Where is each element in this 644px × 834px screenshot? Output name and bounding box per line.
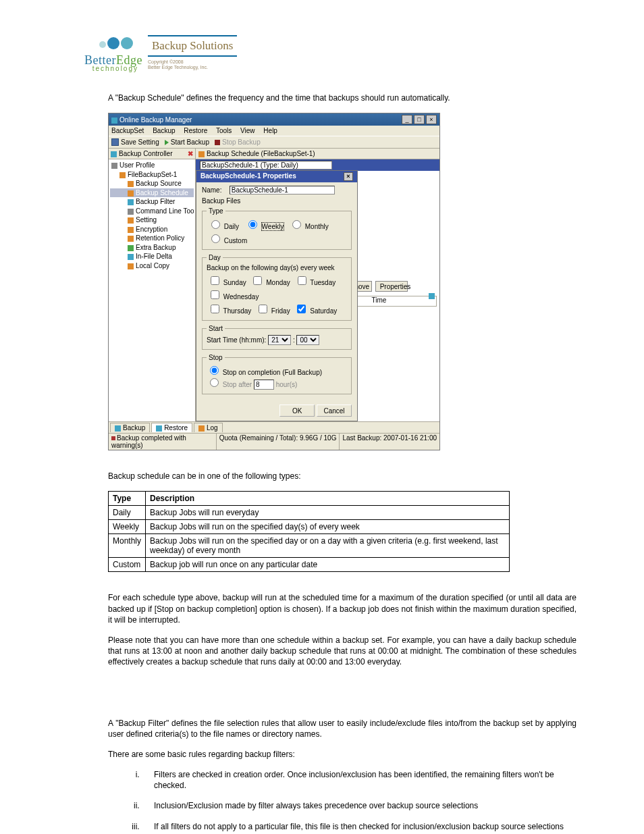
app-title: Online Backup Manager bbox=[119, 116, 192, 124]
list-item: If all filters do not apply to a particu… bbox=[142, 821, 576, 832]
bottom-tabs: Backup Restore Log bbox=[109, 421, 439, 433]
start-min-select[interactable]: 00 bbox=[296, 335, 319, 345]
stop-legend: Stop bbox=[207, 354, 225, 361]
copyright-line1: Copyright ©2008 bbox=[148, 59, 237, 65]
menubar: BackupSet Backup Restore Tools View Help bbox=[109, 126, 439, 136]
stop-complete-radio[interactable]: Stop on completion (Full Backup) bbox=[207, 369, 322, 376]
stop-after-radio[interactable]: Stop after hour(s) bbox=[207, 381, 297, 388]
col-desc: Description bbox=[146, 492, 510, 506]
nav-tree: User Profile FileBackupSet-1 Backup Sour… bbox=[109, 159, 195, 271]
tree-infile-delta[interactable]: In-File Delta bbox=[110, 252, 194, 261]
menu-backup[interactable]: Backup bbox=[153, 127, 175, 134]
menu-help[interactable]: Help bbox=[263, 127, 277, 134]
type-weekly-radio[interactable]: Weekly bbox=[245, 218, 284, 231]
cancel-button[interactable]: Cancel bbox=[317, 405, 352, 417]
menu-restore[interactable]: Restore bbox=[184, 127, 207, 134]
duration-paragraph: For each schedule type above, backup wil… bbox=[108, 592, 576, 625]
ok-button[interactable]: OK bbox=[279, 405, 315, 417]
stop-group: Stop Stop on completion (Full Backup) St… bbox=[202, 354, 352, 394]
dialog-title: BackupSchedule-1 Properties bbox=[200, 172, 296, 181]
start-legend: Start bbox=[207, 325, 225, 332]
tree-setting[interactable]: Setting bbox=[110, 215, 194, 225]
window-maximize-button[interactable]: □ bbox=[414, 115, 425, 124]
status-quota: Quota (Remaining / Total): 9.96G / 10G bbox=[217, 434, 340, 450]
type-daily-radio[interactable]: Daily bbox=[208, 218, 240, 230]
tree-extra-backup[interactable]: Extra Backup bbox=[110, 243, 194, 253]
type-monthly-radio[interactable]: Monthly bbox=[289, 218, 329, 230]
day-saturday-check[interactable]: Saturday bbox=[294, 303, 337, 315]
day-friday-check[interactable]: Friday bbox=[256, 303, 290, 315]
filter-rules-list: Filters are checked in creation order. O… bbox=[142, 769, 576, 832]
table-row: MonthlyBackup Jobs will run on the speci… bbox=[109, 534, 510, 558]
tree-command-line[interactable]: Command Line Too bbox=[110, 207, 194, 216]
save-setting-button[interactable]: Save Setting bbox=[111, 138, 159, 146]
tree-backup-schedule[interactable]: Backup Schedule bbox=[110, 188, 194, 198]
tree-local-copy[interactable]: Local Copy bbox=[110, 261, 194, 271]
day-monday-check[interactable]: Monday bbox=[250, 274, 290, 287]
day-group: Day Backup on the following day(s) every… bbox=[202, 254, 352, 321]
right-pane: Backup Schedule (FileBackupSet-1) Backup… bbox=[196, 149, 439, 421]
day-sunday-check[interactable]: Sunday bbox=[208, 274, 246, 287]
properties-button[interactable]: Properties bbox=[375, 281, 408, 292]
name-input[interactable] bbox=[230, 186, 335, 194]
tree-encryption[interactable]: Encryption bbox=[110, 225, 194, 234]
left-pane-header: Backup Controller bbox=[119, 150, 172, 157]
page-header: BetterEdge technology Backup Solutions C… bbox=[84, 27, 603, 72]
status-left: Backup completed with warning(s) bbox=[111, 434, 186, 449]
menu-tools[interactable]: Tools bbox=[216, 127, 232, 134]
dialog-close-button[interactable]: × bbox=[344, 172, 353, 181]
types-lead: Backup schedule can be in one of the fol… bbox=[108, 471, 576, 481]
save-icon bbox=[111, 138, 119, 146]
files-label: Backup Files bbox=[202, 197, 352, 205]
col-type: Type bbox=[109, 492, 146, 506]
day-legend: Day bbox=[207, 254, 223, 261]
logo-mark: BetterEdge technology bbox=[84, 27, 138, 72]
multiple-paragraph: Please note that you can have more than … bbox=[108, 635, 576, 668]
start-time-label: Start Time (hh:mm): bbox=[207, 336, 266, 344]
stop-icon bbox=[215, 140, 220, 145]
properties-dialog: BackupSchedule-1 Properties × Name: Back… bbox=[196, 170, 358, 421]
table-row: CustomBackup job will run once on any pa… bbox=[109, 558, 510, 572]
schedule-entry-input[interactable] bbox=[200, 161, 332, 170]
copyright-line2: Better Edge Technology, Inc. bbox=[148, 65, 237, 70]
close-icon[interactable]: ✖ bbox=[188, 150, 193, 157]
menu-backupset[interactable]: BackupSet bbox=[111, 127, 144, 134]
tab-backup[interactable]: Backup bbox=[110, 423, 150, 432]
stop-after-hours-input[interactable] bbox=[254, 380, 274, 390]
list-item: Filters are checked in creation order. O… bbox=[142, 769, 576, 791]
tree-backup-set[interactable]: FileBackupSet-1 bbox=[110, 170, 194, 180]
left-pane: Backup Controller ✖ User Profile FileBac… bbox=[109, 149, 196, 421]
type-custom-radio[interactable]: Custom bbox=[208, 232, 247, 244]
refresh-icon[interactable] bbox=[429, 293, 435, 299]
tagline: Backup Solutions bbox=[148, 35, 237, 57]
start-hour-select[interactable]: 21 bbox=[268, 335, 291, 345]
tree-user-profile[interactable]: User Profile bbox=[110, 161, 194, 170]
app-window: Online Backup Manager _ □ × BackupSet Ba… bbox=[108, 113, 440, 450]
filter-intro: A "Backup Filter" defines the file selec… bbox=[108, 718, 576, 739]
name-label: Name: bbox=[202, 186, 227, 194]
types-table: Type Description DailyBackup Jobs will r… bbox=[108, 491, 510, 572]
day-wednesday-check[interactable]: Wednesday bbox=[208, 288, 259, 301]
toolbar: Save Setting Start Backup Stop Backup bbox=[109, 136, 439, 149]
table-row: DailyBackup Jobs will run everyday bbox=[109, 506, 510, 520]
filter-rules-lead: There are some basic rules regarding bac… bbox=[108, 749, 576, 760]
intro-text: A "Backup Schedule" defines the frequenc… bbox=[108, 93, 576, 103]
window-minimize-button[interactable]: _ bbox=[402, 115, 412, 124]
table-row: WeeklyBackup Jobs will run on the specif… bbox=[109, 520, 510, 534]
tab-log[interactable]: Log bbox=[194, 423, 223, 432]
tree-backup-filter[interactable]: Backup Filter bbox=[110, 197, 194, 207]
brand-sub: technology bbox=[84, 65, 138, 72]
stop-backup-button: Stop Backup bbox=[215, 138, 261, 146]
start-group: Start Start Time (hh:mm): 21 : 00 bbox=[202, 325, 352, 350]
titlebar: Online Backup Manager _ □ × bbox=[109, 113, 439, 126]
tree-backup-source[interactable]: Backup Source bbox=[110, 179, 194, 188]
play-icon bbox=[165, 140, 169, 145]
start-backup-button[interactable]: Start Backup bbox=[165, 138, 209, 146]
menu-view[interactable]: View bbox=[240, 127, 255, 134]
day-thursday-check[interactable]: Thursday bbox=[208, 303, 251, 315]
window-close-button[interactable]: × bbox=[426, 115, 437, 124]
day-tuesday-check[interactable]: Tuesday bbox=[295, 274, 336, 287]
tree-retention[interactable]: Retention Policy bbox=[110, 234, 194, 243]
tab-restore[interactable]: Restore bbox=[151, 423, 192, 432]
day-hint: Backup on the following day(s) every wee… bbox=[207, 264, 347, 271]
